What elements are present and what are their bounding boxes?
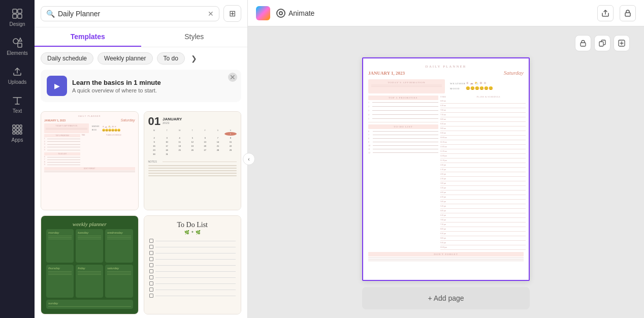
close-learn-card-button[interactable]: ✕: [228, 73, 237, 82]
templates-panel: 🔍 ✕ ⊞ Templates Styles Daily schedule We…: [35, 0, 248, 318]
schedule-time-item: 7:00 am: [440, 108, 526, 113]
upload-icon: [12, 66, 23, 77]
canvas-lock-button[interactable]: [575, 35, 591, 51]
planner-affirmation-row: TODAY'S AFFIRMATION WEATHER ☀ ☁ ⛅ ❄ ✳ MO…: [368, 79, 524, 93]
panel-collapse-toggle[interactable]: ‹: [243, 153, 255, 165]
page-frame: DAILY PLANNER JANUARY 1, 2023 Saturday T…: [362, 57, 530, 281]
planner-priorities-header: TOP 5 PRIORITIES: [368, 96, 438, 100]
sidebar-item-text[interactable]: Text: [3, 91, 31, 118]
planner-schedule-col: TIME PLANS & SCHEDULE 6:00 am6:30 am7:00…: [440, 96, 526, 250]
animate-button[interactable]: Animate: [276, 9, 314, 18]
pill-todo[interactable]: To do: [157, 52, 185, 65]
svg-rect-2: [13, 14, 17, 18]
clear-icon[interactable]: ✕: [208, 10, 214, 18]
svg-rect-3: [18, 14, 22, 18]
planner-schedule-list: 6:00 am6:30 am7:00 am7:30 am8:00 am8:30 …: [440, 99, 526, 250]
template-calendar[interactable]: 01 JANUARY 2023 MTWTFSS 1 2345678 910111…: [144, 111, 242, 210]
filter-pills: Daily schedule Weekly planner To do ❯: [35, 47, 247, 70]
planner-two-col: TOP 5 PRIORITIES 1 2 3 4 5 TO-DO LIST 6 …: [368, 96, 524, 250]
planner-date: JANUARY 1, 2023: [368, 71, 405, 76]
tab-templates[interactable]: Templates: [35, 27, 141, 47]
template-daily-planner[interactable]: DAILY PLANNER JANUARY 1, 2023 Saturday T…: [41, 111, 139, 210]
schedule-time-item: 1:30 pm: [440, 168, 526, 172]
learn-subtitle: A quick overview of where to start.: [72, 87, 161, 93]
schedule-time-item: 9:30 pm: [440, 241, 526, 245]
tab-styles[interactable]: Styles: [141, 27, 248, 47]
animate-label: Animate: [288, 9, 314, 17]
template-grid: DAILY PLANNER JANUARY 1, 2023 Saturday T…: [35, 107, 247, 318]
sidebar-item-elements[interactable]: Elements: [3, 33, 31, 60]
canvas-add-button[interactable]: [614, 35, 630, 51]
schedule-time-item: 5:30 pm: [440, 204, 526, 209]
schedule-time-item: 6:30 pm: [440, 213, 526, 218]
schedule-time-item: 6:30 am: [440, 104, 526, 108]
svg-rect-7: [16, 125, 19, 128]
search-bar: 🔍 ✕ ⊞: [35, 0, 247, 27]
tab-bar: Templates Styles: [35, 27, 247, 47]
planner-plans-header: PLANS & SCHEDULE: [452, 96, 526, 98]
mood-icons: 😊😊😊😊😊😊: [466, 86, 493, 90]
pill-daily-schedule[interactable]: Daily schedule: [41, 52, 93, 65]
schedule-time-item: 3:00 pm: [440, 181, 526, 186]
svg-rect-14: [20, 132, 22, 134]
pill-weekly-planner[interactable]: Weekly planner: [98, 52, 153, 65]
panel-wrapper: 🔍 ✕ ⊞ Templates Styles Daily schedule We…: [35, 0, 248, 318]
schedule-time-item: 2:30 pm: [440, 177, 526, 181]
planner-mood-row: MOOD 😊😊😊😊😊😊: [450, 86, 521, 90]
schedule-time-item: 8:30 pm: [440, 232, 526, 236]
lock-icon: [624, 9, 632, 17]
share-icon: [601, 9, 609, 17]
search-icon: 🔍: [46, 10, 55, 18]
schedule-time-item: 4:00 pm: [440, 190, 526, 195]
template-weekly-planner[interactable]: weekly planner monday tuesday wednesday …: [41, 215, 139, 314]
planner-weather-label: WEATHER: [450, 82, 464, 85]
animate-circle-inner: [279, 11, 283, 15]
sidebar-label-elements: Elements: [7, 50, 28, 56]
learn-card: ▶ Learn the basics in 1 minute A quick o…: [41, 70, 241, 102]
sidebar-item-uploads[interactable]: Uploads: [3, 62, 31, 89]
learn-title: Learn the basics in 1 minute: [72, 79, 161, 86]
sidebar-item-apps[interactable]: Apps: [3, 120, 31, 147]
search-input[interactable]: [58, 10, 205, 18]
schedule-time-item: 9:00 am: [440, 126, 526, 131]
template-todo-list[interactable]: To Do List 🌿 ✦ 🌿: [144, 215, 242, 314]
canvas-area: Animate: [248, 0, 644, 318]
schedule-time-item: 6:00 am: [440, 99, 526, 104]
svg-point-4: [13, 39, 18, 44]
left-sidebar: Design Elements Uploads Text: [0, 0, 35, 318]
pill-more-icon[interactable]: ❯: [189, 52, 199, 65]
schedule-time-item: 6:00 pm: [440, 209, 526, 213]
toolbar-share-button[interactable]: [597, 5, 614, 21]
sidebar-item-design[interactable]: Design: [3, 4, 31, 31]
svg-rect-6: [13, 125, 15, 128]
play-button[interactable]: ▶: [47, 76, 67, 96]
planner-footer-lines: [368, 258, 524, 261]
svg-rect-1: [18, 9, 22, 13]
filter-button[interactable]: ⊞: [223, 5, 241, 22]
toolbar-lock-button[interactable]: [620, 5, 636, 21]
schedule-time-item: 5:00 pm: [440, 200, 526, 204]
canvas-duplicate-button[interactable]: [594, 35, 610, 51]
schedule-time-item: 8:30 am: [440, 122, 526, 126]
schedule-time-item: 8:00 am: [440, 117, 526, 122]
schedule-time-item: 9:30 am: [440, 131, 526, 136]
schedule-time-item: 12:00 pm: [440, 154, 526, 158]
svg-rect-16: [581, 43, 586, 46]
svg-rect-9: [13, 129, 15, 131]
search-input-wrapper[interactable]: 🔍 ✕: [41, 6, 219, 21]
sidebar-label-uploads: Uploads: [8, 79, 27, 85]
canvas-duplicate-icon: [599, 40, 606, 47]
schedule-time-item: 7:30 pm: [440, 222, 526, 227]
svg-rect-12: [13, 132, 15, 134]
top-toolbar: Animate: [248, 0, 644, 26]
elements-icon: [12, 37, 23, 48]
svg-rect-0: [13, 9, 17, 13]
svg-rect-11: [20, 129, 22, 131]
sidebar-label-apps: Apps: [12, 137, 23, 143]
canvas-container: DAILY PLANNER JANUARY 1, 2023 Saturday T…: [248, 26, 644, 318]
schedule-time-item: 12:30 pm: [440, 158, 526, 163]
add-page-button[interactable]: + Add page: [362, 287, 530, 309]
schedule-time-item: 2:00 pm: [440, 172, 526, 177]
text-icon: [12, 95, 23, 106]
planner-priorities: TOP 5 PRIORITIES 1 2 3 4 5 TO-DO LIST 6 …: [368, 96, 438, 250]
